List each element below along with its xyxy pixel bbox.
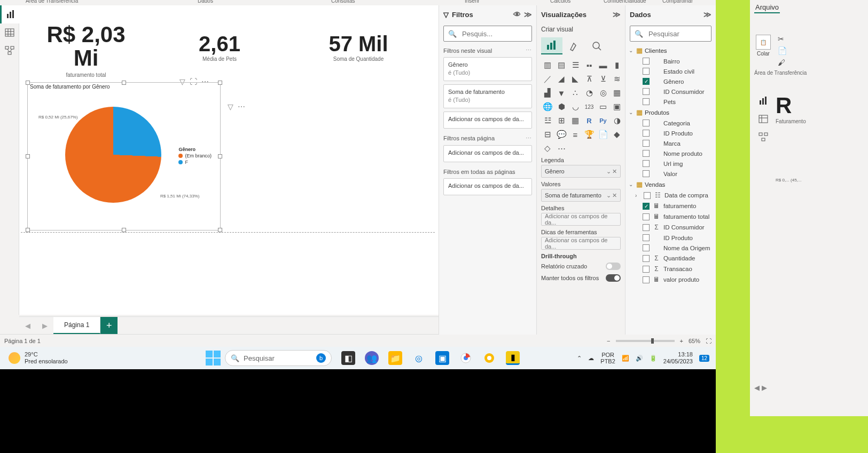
checkbox[interactable] <box>643 224 650 231</box>
expand-icon[interactable]: ≫ <box>613 10 621 19</box>
format-visual-tab[interactable] <box>564 37 585 54</box>
clustered-column-icon[interactable]: ▪▪ <box>583 59 596 71</box>
area-chart-icon[interactable]: ◢ <box>555 73 568 85</box>
chevron-down-icon[interactable]: ⌄ <box>629 181 634 187</box>
resize-handle[interactable] <box>218 154 222 158</box>
clock[interactable]: 13:1824/05/2023 <box>663 351 693 365</box>
paginated-report-icon[interactable]: 📄 <box>597 128 609 141</box>
data-search-input[interactable] <box>647 29 739 38</box>
checkbox[interactable] <box>643 203 650 210</box>
power-automate-icon[interactable]: ◇ <box>541 142 554 155</box>
multirow-card-icon[interactable]: ▭ <box>597 100 609 113</box>
100-stacked-column-icon[interactable]: ▮ <box>611 59 623 71</box>
filter-placeholder-all[interactable]: Adicionar os campos de da... <box>443 178 532 195</box>
filter-placeholder-visual[interactable]: Adicionar os campos de da... <box>443 112 532 129</box>
line-clustered-icon[interactable]: ⊼ <box>583 73 596 85</box>
resize-handle[interactable] <box>26 228 30 232</box>
filter-card-faturamento[interactable]: Soma de faturamento é (Tudo) <box>443 84 532 108</box>
field-pets[interactable]: Pets <box>629 97 713 107</box>
battery-icon[interactable]: 🔋 <box>650 355 657 362</box>
line-chart-icon[interactable]: ／ <box>541 73 554 85</box>
chrome-icon[interactable] <box>459 351 473 365</box>
report-canvas[interactable]: R$ 2,03Mi faturamento total 2,61 Média d… <box>19 5 439 315</box>
card-soma-quantidade[interactable]: 57 Mil Soma de Quantidade <box>305 32 412 62</box>
funnel-icon[interactable]: ▼ <box>555 86 568 99</box>
format-painter-icon[interactable]: 🖌 <box>778 58 787 67</box>
checkbox[interactable] <box>643 244 650 251</box>
chevron-down-icon[interactable]: ⌄ <box>629 109 634 115</box>
paste-button[interactable]: 📋 Colar <box>754 35 772 67</box>
field-url-img[interactable]: Url img <box>629 158 713 169</box>
copy-icon[interactable]: 📄 <box>778 46 787 55</box>
resize-handle[interactable] <box>218 228 222 232</box>
remove-field-icon[interactable]: ✕ <box>612 168 617 175</box>
resize-handle[interactable] <box>26 81 30 85</box>
expand-icon[interactable]: ≫ <box>703 10 711 19</box>
field-marca[interactable]: Marca <box>629 138 713 148</box>
task-view-icon[interactable]: ◧ <box>341 351 355 365</box>
field-valor[interactable]: Valor <box>629 169 713 179</box>
treemap-icon[interactable]: ▦ <box>611 86 623 99</box>
file-explorer-icon[interactable]: 📁 <box>388 351 402 365</box>
pie-chart-graphic[interactable] <box>65 107 161 203</box>
power-apps-icon[interactable]: ◆ <box>611 128 623 141</box>
stacked-area-icon[interactable]: ◣ <box>569 73 582 85</box>
checkbox[interactable] <box>643 120 650 126</box>
table-produtos[interactable]: ⌄▦Produtos <box>629 107 713 118</box>
start-button[interactable] <box>206 351 221 365</box>
field-nome-origem[interactable]: Nome da Origem <box>629 243 713 253</box>
notification-badge[interactable]: 12 <box>699 355 709 362</box>
data-view-button-2[interactable] <box>754 110 772 128</box>
relatorio-cruzado-toggle[interactable] <box>606 263 621 270</box>
decomposition-tree-icon[interactable]: ⊟ <box>541 128 554 141</box>
table-clientes[interactable]: ⌄▦Clientes <box>629 45 713 56</box>
checkbox[interactable] <box>643 140 650 147</box>
show-hide-icon[interactable]: 👁 <box>513 10 521 19</box>
well-dicas-placeholder[interactable]: Adicionar os campos de da... <box>541 237 621 250</box>
checkbox[interactable] <box>643 130 650 137</box>
field-bairro[interactable]: Bairro <box>629 56 713 66</box>
report-view-button-2[interactable] <box>754 92 772 110</box>
next-page-button-2[interactable]: ▶ <box>762 384 767 392</box>
matrix-icon[interactable]: ▦ <box>569 114 582 127</box>
stacked-column-icon[interactable]: ▤ <box>555 59 568 71</box>
wifi-icon[interactable]: 📶 <box>622 355 629 362</box>
gauge-icon[interactable]: ◡ <box>569 100 582 113</box>
taskbar-search[interactable]: 🔍Pesquisarb <box>225 350 332 366</box>
chevron-right-icon[interactable]: › <box>635 193 640 198</box>
goals-icon[interactable]: 🏆 <box>583 128 596 141</box>
lang-line2[interactable]: PTB2 <box>600 358 615 364</box>
checkbox[interactable] <box>643 276 650 283</box>
filled-map-icon[interactable]: ⬢ <box>555 100 568 113</box>
checkbox[interactable] <box>643 234 650 241</box>
filter-card-genero[interactable]: Gênero é (Tudo) <box>443 57 532 81</box>
filter-icon[interactable]: ▽ <box>228 102 233 111</box>
slicer-icon[interactable]: ☳ <box>541 114 554 127</box>
field-faturamento[interactable]: 🖩faturamento <box>629 201 713 211</box>
file-tab[interactable]: Arquivo <box>754 2 780 13</box>
report-view-button[interactable] <box>0 5 19 23</box>
line-stacked-icon[interactable]: ⊻ <box>597 73 609 85</box>
checkbox[interactable] <box>643 266 650 273</box>
checkbox[interactable] <box>643 170 650 177</box>
tray-chevron-icon[interactable]: ⌃ <box>577 355 582 362</box>
onedrive-icon[interactable]: ☁ <box>588 355 594 362</box>
resize-handle[interactable] <box>122 228 126 232</box>
well-valores-field[interactable]: Soma de faturamento⌄✕ <box>541 189 621 202</box>
field-valor-produto[interactable]: 🖩valor produto <box>629 274 713 285</box>
field-data-compra[interactable]: ›☷Data de compra <box>629 190 713 201</box>
legend-item[interactable]: (Em branco) <box>178 153 212 158</box>
zoom-thumb[interactable] <box>651 338 654 344</box>
python-visual-icon[interactable]: Py <box>597 114 609 127</box>
lang-line1[interactable]: POR <box>600 352 615 358</box>
table-vendas[interactable]: ⌄▦Vendas <box>629 179 713 190</box>
data-search-box[interactable]: 🔍 <box>630 26 711 42</box>
table-icon[interactable]: ⊞ <box>555 114 568 127</box>
field-id-consumidor-v[interactable]: ΣID Consumidor <box>629 222 713 233</box>
checkbox[interactable] <box>643 68 650 75</box>
field-transacao[interactable]: ΣTransacao <box>629 264 713 274</box>
clustered-bar-icon[interactable]: ☰ <box>569 59 582 71</box>
checkbox[interactable] <box>643 213 650 220</box>
field-id-produto-p[interactable]: ID Produto <box>629 128 713 138</box>
remove-field-icon[interactable]: ✕ <box>612 192 617 199</box>
